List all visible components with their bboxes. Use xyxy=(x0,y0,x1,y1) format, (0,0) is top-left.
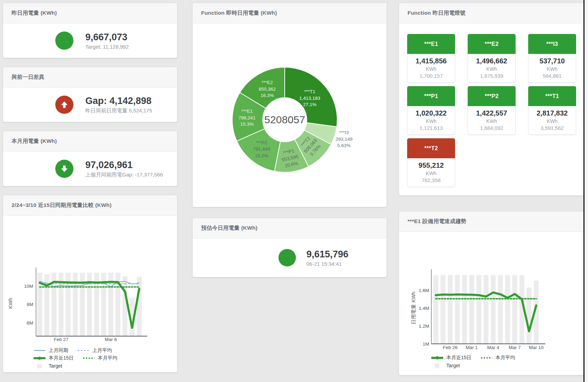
status-circle-icon xyxy=(278,249,296,266)
y-tick-label: 1.2M xyxy=(419,324,429,329)
status-circle-icon xyxy=(55,32,73,50)
tile-label: ***P1 xyxy=(407,86,455,106)
dotted-legend-swatch xyxy=(83,355,95,361)
compare-chart-legend: 上月同期上月平均本月近15日本月平均Target xyxy=(3,347,127,370)
legend-item[interactable]: 本月平均 xyxy=(481,355,515,361)
panel-title[interactable]: ***E1 設備用電達成趨勢 xyxy=(399,211,583,232)
legend-label: 本月平均 xyxy=(496,355,515,361)
legend-item[interactable]: 上月平均 xyxy=(77,347,112,354)
dashboard: 昨日用電量 (KWh) 9,667,073 Target: 11,128,992… xyxy=(0,0,588,382)
legend-item[interactable]: Target xyxy=(34,363,62,369)
tile-unit: KWh xyxy=(468,66,515,72)
panel-status-lights: Function 昨日用電燈號 ***E11,415,856KWh1,700,1… xyxy=(399,3,584,196)
status-tile: ***P21,422,557KWh1,684,092 xyxy=(468,86,516,135)
y-tick-label: 8M xyxy=(27,302,33,307)
status-tile: ***E11,415,856KWh1,700,157 xyxy=(407,34,455,83)
y-axis-label: KWh xyxy=(8,298,13,308)
target-bar xyxy=(484,275,489,344)
tile-target: 1,121,613 xyxy=(408,125,455,131)
legend-label: 上月同期 xyxy=(49,347,68,354)
e1-trend-line-chart: 1.6M1.4M1.2M1MFeb 26Mar 1Mar 4Mar 7Mar 1… xyxy=(399,232,583,354)
panel-compare-15day-chart: 2/24~3/10 近15日同期用電量比較 (KWh) 10M8M6MFeb 2… xyxy=(3,195,177,373)
status-tile: ***T2955,212KWh762,358 xyxy=(407,138,455,187)
legend-item[interactable]: Target xyxy=(431,363,460,368)
status-tile: ***E21,496,662KWh1,675,939 xyxy=(468,34,516,83)
tile-target: 3,591,562 xyxy=(529,125,576,131)
donut-chart: ***T11,413,18327.1%***I3293,1495.63%***T… xyxy=(193,23,387,207)
tile-unit: KWh xyxy=(529,118,576,124)
panel-e1-trend-chart: ***E1 設備用電達成趨勢 1.6M1.4M1.2M1MFeb 26Mar 1… xyxy=(399,211,584,375)
panel-title[interactable]: 預估今日用電量 (KWh) xyxy=(193,218,387,238)
x-tick-label: Feb 27 xyxy=(54,337,68,342)
legend-label: Target xyxy=(446,363,460,368)
panel-month-usage: 本月用電量 (KWh) 97,026,961 上個月同期用電Gap: -17,3… xyxy=(3,131,177,186)
tile-value: 1,415,856 xyxy=(408,57,455,65)
panel-yesterday-usage: 昨日用電量 (KWh) 9,667,073 Target: 11,128,992 xyxy=(3,3,177,58)
legend-label: 上月平均 xyxy=(92,347,112,354)
panel-title[interactable]: 本月用電量 (KWh) xyxy=(3,131,177,152)
tile-value: 1,422,557 xyxy=(468,109,515,117)
target-bar xyxy=(527,287,532,344)
x-tick-label: Mar 10 xyxy=(529,345,544,350)
stat-value: 9,615,796 xyxy=(306,249,348,260)
x-tick-label: Mar 6 xyxy=(105,337,117,342)
tile-value: 2,817,832 xyxy=(529,109,576,117)
dashed-legend-swatch xyxy=(77,348,89,353)
status-tile: ***P11,020,322KWh1,121,613 xyxy=(407,86,455,135)
y-tick-label: 10M xyxy=(24,284,33,289)
legend-label: Target xyxy=(49,363,62,369)
legend-item[interactable]: 本月平均 xyxy=(83,355,118,361)
target-bar xyxy=(137,277,142,336)
tile-value: 537,710 xyxy=(529,57,576,65)
target-bar xyxy=(512,275,517,344)
tile-target: 1,700,157 xyxy=(408,73,455,79)
tile-value: 1,020,322 xyxy=(408,109,455,117)
legend-item[interactable]: 本月近15日 xyxy=(34,355,74,361)
donut-center-total: 5208057 xyxy=(264,114,305,125)
x-tick-label: Mar 4 xyxy=(487,345,500,350)
tile-target: 762,358 xyxy=(408,177,455,183)
tile-unit: KWh xyxy=(408,118,455,124)
panel-title[interactable]: Function 昨日用電燈號 xyxy=(399,3,583,23)
status-tile-grid: ***E11,415,856KWh1,700,157***E21,496,662… xyxy=(407,34,576,187)
panel-day-gap: 與前一日差異 Gap: 4,142,898 昨日與前日用電量 5,524,175 xyxy=(3,67,177,122)
stat-subtext: Target: 11,128,992 xyxy=(85,44,129,50)
dotted-legend-swatch xyxy=(481,355,493,361)
stat-value: Gap: 4,142,898 xyxy=(85,95,152,106)
target-bar xyxy=(491,275,496,344)
y-tick-label: 1.6M xyxy=(419,288,429,293)
square-legend-swatch xyxy=(34,363,45,369)
target-bar xyxy=(122,276,127,336)
tile-label: ***T2 xyxy=(407,138,455,158)
panel-title[interactable]: 與前一日差異 xyxy=(3,67,177,88)
status-tile: ***I3537,710KWh584,861 xyxy=(528,34,576,83)
tile-label: ***T1 xyxy=(528,86,576,106)
y-axis-label: 日用電量 KWh xyxy=(411,292,416,324)
target-bar xyxy=(455,275,460,344)
y-tick-label: 1.4M xyxy=(419,306,429,311)
stat-subtext: 上個月同期用電Gap: -17,377,566 xyxy=(85,172,163,178)
y-tick-label: 1M xyxy=(423,341,429,347)
stat-value: 9,667,073 xyxy=(85,32,129,43)
panel-title[interactable]: 昨日用電量 (KWh) xyxy=(3,3,177,23)
tile-value: 1,496,662 xyxy=(468,57,515,65)
panel-estimate-today: 預估今日用電量 (KWh) 9,615,796 06-21 15:34:41 xyxy=(192,218,387,277)
tile-unit: KWh xyxy=(408,66,455,72)
target-bar xyxy=(433,275,438,344)
stat-timestamp: 06-21 15:34:41 xyxy=(306,261,348,267)
panel-title[interactable]: Function 即時日用電量 (KWh) xyxy=(193,3,387,23)
tile-label: ***E1 xyxy=(407,34,455,54)
scrollbar[interactable] xyxy=(583,0,588,382)
tile-target: 584,861 xyxy=(529,73,576,79)
legend-item[interactable]: 本月近15日 xyxy=(431,355,472,361)
panel-title[interactable]: 2/24~3/10 近15日同期用電量比較 (KWh) xyxy=(3,195,177,216)
x-tick-label: Mar 1 xyxy=(466,345,478,350)
tile-unit: KWh xyxy=(468,118,515,124)
target-bar xyxy=(462,275,467,344)
legend-item[interactable]: 上月同期 xyxy=(34,347,68,354)
target-bar xyxy=(498,275,503,344)
trend-chart-legend: 本月近15日本月平均Target xyxy=(399,354,524,370)
solid-legend-swatch xyxy=(34,348,45,353)
stat-value: 97,026,961 xyxy=(85,159,163,171)
target-bar xyxy=(505,275,510,344)
